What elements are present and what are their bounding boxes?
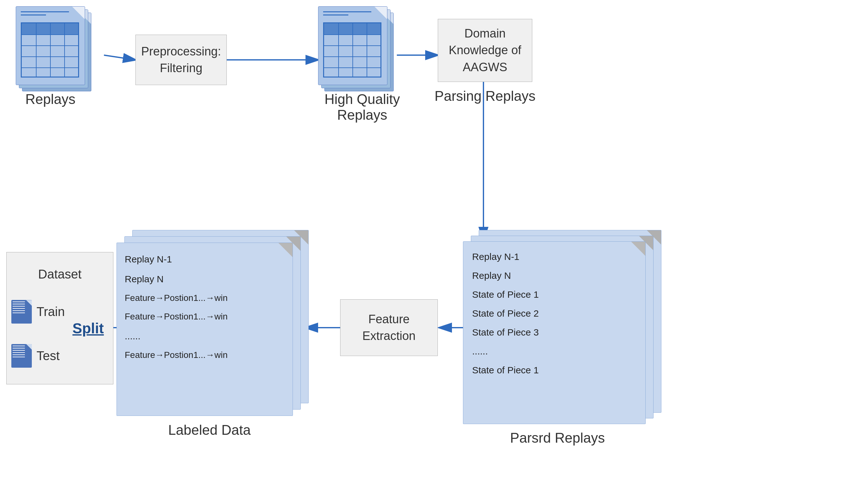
domain-text-line3: AAGWS: [463, 60, 507, 74]
parsrd-line3: State of Piece 1: [472, 285, 627, 304]
parsrd-line5: State of Piece 3: [472, 323, 627, 342]
labeled-data-label: Labeled Data: [120, 422, 299, 438]
feature-extraction-box: Feature Extraction: [340, 299, 438, 356]
parsrd-line6: ......: [472, 342, 627, 361]
test-doc-icon: [11, 344, 32, 368]
train-doc-icon: [11, 300, 32, 323]
parsrd-line2: Replay N: [472, 266, 627, 285]
split-label: Split: [72, 320, 104, 337]
replays-label: Replays: [6, 91, 94, 107]
preprocessing-text-line2: Filtering: [160, 61, 202, 75]
hq-replays-icon: [318, 6, 406, 94]
test-label: Test: [36, 349, 59, 363]
domain-knowledge-box: Domain Knowledge of AAGWS: [438, 19, 532, 82]
domain-text-line2: Knowledge of: [449, 44, 521, 57]
labeled-line2: Replay N: [125, 269, 275, 289]
parsrd-line4: State of Piece 2: [472, 304, 627, 323]
train-label: Train: [36, 305, 65, 319]
labeled-line4: Feature→Postion1...→win: [125, 307, 275, 326]
parsrd-replays-label: Parsrd Replays: [460, 430, 655, 446]
test-row: Test: [11, 342, 108, 369]
parsrd-line1: Replay N-1: [472, 247, 627, 266]
feature-text-line2: Extraction: [362, 329, 416, 342]
preprocessing-box: Preprocessing: Filtering: [136, 35, 227, 85]
labeled-line1: Replay N-1: [125, 249, 275, 269]
replays-icon: [16, 6, 104, 94]
feature-text-line1: Feature: [369, 312, 410, 326]
domain-text-line1: Domain: [465, 27, 506, 40]
parsing-replays-label: Parsing Replays: [428, 88, 542, 104]
labeled-line3: Feature→Postion1...→win: [125, 289, 275, 307]
preprocessing-text-line1: Preprocessing:: [141, 45, 221, 58]
svg-line-2: [104, 55, 136, 60]
labeled-line6: Feature→Postion1...→win: [125, 346, 275, 364]
dataset-box: Dataset Train Test: [6, 252, 113, 384]
dataset-title: Dataset: [11, 267, 108, 281]
parsrd-line7: State of Piece 1: [472, 361, 627, 380]
hq-replays-label: High Quality Replays: [307, 91, 417, 123]
labeled-line5: ......: [125, 326, 275, 346]
